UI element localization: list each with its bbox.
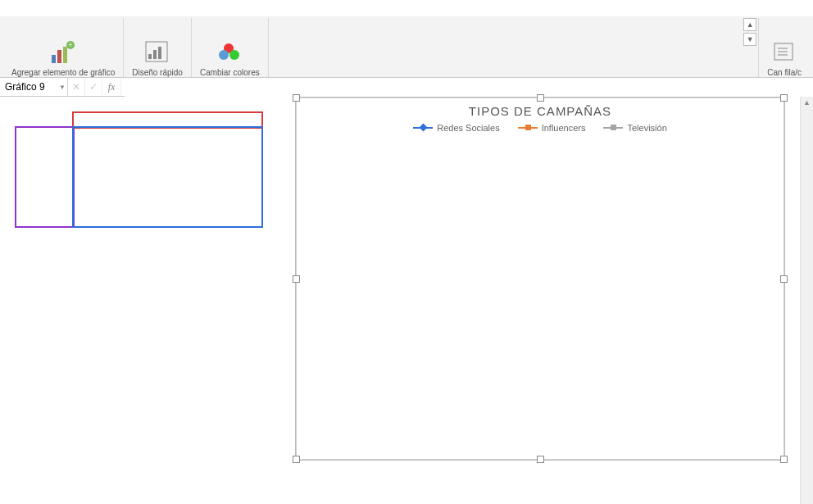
gallery-down-button[interactable]: ▼ [743,33,756,46]
scroll-up-icon[interactable]: ▲ [801,97,813,108]
swap-icon [771,39,797,66]
chart-styles-gallery [269,18,743,77]
svg-point-10 [229,50,239,60]
svg-rect-6 [148,54,152,59]
enter-icon[interactable]: ✓ [85,78,102,96]
switch-row-col-button[interactable]: Can fila/c [758,18,810,77]
name-box[interactable]: ▼ [0,78,68,96]
change-colors-icon [216,39,243,66]
svg-point-11 [219,50,229,60]
quick-layout-icon [144,39,170,66]
worksheet[interactable]: TIPOS DE CAMPAÑAS Redes Sociales Influen… [0,97,813,504]
svg-text:+: + [68,41,72,49]
data-values-highlight [72,126,263,228]
gallery-up-button[interactable]: ▲ [743,18,756,31]
gallery-scroll: ▲ ▼ [742,18,758,77]
quick-layout-button[interactable]: Diseño rápido [124,18,192,77]
formula-bar: ▼ ✕ ✓ fx [0,78,813,97]
change-colors-button[interactable]: Cambiar colores [192,18,269,77]
name-box-dropdown-icon[interactable]: ▼ [59,84,66,91]
svg-rect-8 [158,47,161,59]
menu-bar [0,0,813,16]
cancel-icon[interactable]: ✕ [68,78,85,96]
add-element-icon: + [50,39,76,66]
row-labels-highlight [15,126,75,228]
svg-rect-1 [57,50,61,63]
fx-icon[interactable]: fx [102,78,121,96]
chart-legend[interactable]: Redes Sociales Influencers Televisión [296,123,784,133]
chart-title[interactable]: TIPOS DE CAMPAÑAS [296,104,784,118]
svg-rect-7 [153,50,157,59]
formula-input[interactable] [125,78,813,98]
svg-rect-2 [63,47,67,63]
svg-rect-0 [52,55,56,63]
chart-plot-area[interactable] [334,138,768,423]
vertical-scrollbar[interactable]: ▲ [800,97,813,504]
ribbon: + Agregar elemento de gráfico Diseño ráp… [0,16,813,78]
chart-object[interactable]: TIPOS DE CAMPAÑAS Redes Sociales Influen… [295,97,785,461]
add-chart-element-button[interactable]: + Agregar elemento de gráfico [3,18,124,77]
name-box-input[interactable] [3,80,64,93]
